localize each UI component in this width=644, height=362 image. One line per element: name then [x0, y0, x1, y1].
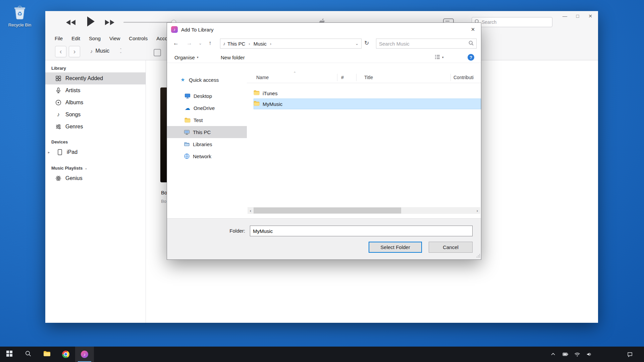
new-folder-button[interactable]: New folder [221, 53, 245, 61]
music-note-icon: ♪ [55, 112, 61, 118]
navpane-item-desktop[interactable]: Desktop [167, 90, 247, 102]
help-button[interactable]: ? [468, 53, 474, 61]
svg-text:♻: ♻ [17, 11, 22, 17]
scrollbar-thumb[interactable] [254, 207, 401, 214]
column-header-number[interactable]: # [341, 75, 344, 80]
forward-button[interactable] [104, 19, 115, 27]
taskbar-itunes-button[interactable]: ♪ [75, 347, 94, 362]
sidebar-item-genres[interactable]: Genres [45, 121, 146, 133]
taskbar-file-explorer-button[interactable] [38, 347, 56, 362]
wifi-icon[interactable] [572, 347, 583, 362]
album-title[interactable]: Bo [161, 190, 167, 195]
sidebar-item-label: Genius [65, 175, 83, 181]
file-row-mymusic[interactable]: MyMusic [254, 99, 481, 109]
organise-button[interactable]: Organise ▾ [174, 53, 198, 61]
dialog-navpane: ★ Quick access Desktop ☁ OneDrive [167, 63, 247, 218]
album-artist[interactable]: Bo [161, 199, 166, 204]
search-icon [469, 41, 474, 47]
breadcrumb-music[interactable]: Music [254, 41, 267, 47]
music-playlists-header[interactable]: Music Playlists ⌄ [45, 164, 146, 172]
sidebar-item-albums[interactable]: Albums [45, 97, 146, 109]
maximize-button[interactable]: □ [573, 12, 583, 20]
sidebar-item-recently-added[interactable]: Recently Added [45, 72, 146, 84]
media-kind-selector[interactable]: ♪ Music ⌃⌄ [90, 48, 122, 54]
volume-slider-track[interactable] [123, 22, 174, 23]
nav-back-button[interactable]: ‹ [55, 46, 66, 57]
itunes-app-icon: ♪ [171, 26, 178, 33]
dialog-close-button[interactable]: ✕ [465, 23, 481, 36]
dialog-search-field[interactable] [376, 39, 477, 49]
address-dropdown-icon[interactable]: ⌄ [355, 41, 359, 46]
menu-edit[interactable]: Edit [71, 36, 80, 41]
chevron-right-icon[interactable]: › [269, 41, 273, 46]
battery-icon[interactable] [560, 347, 571, 362]
taskbar-chrome-button[interactable] [56, 347, 75, 362]
navpane-item-onedrive[interactable]: ☁ OneDrive [167, 102, 247, 114]
sort-ascending-icon: ⌃ [293, 71, 296, 75]
menu-file[interactable]: File [55, 36, 63, 41]
desktop: ♻ Recycle Bin [0, 0, 644, 362]
dialog-search-input[interactable] [379, 41, 467, 47]
file-row-itunes[interactable]: iTunes [254, 88, 481, 99]
itunes-sidebar: Library Recently Added Artists [45, 60, 146, 323]
dialog-title: Add To Library [181, 27, 213, 33]
resize-grip[interactable] [476, 253, 480, 259]
rewind-button[interactable] [65, 19, 76, 27]
chrome-icon [62, 351, 69, 358]
horizontal-scrollbar[interactable]: ‹ › [248, 207, 480, 214]
disclosure-triangle-icon[interactable]: ▸ [48, 150, 53, 155]
recycle-bin-icon: ♻ [12, 15, 28, 21]
column-header-contributing[interactable]: Contributi [453, 75, 474, 80]
breadcrumb-this-pc[interactable]: This PC [227, 41, 245, 47]
column-header-name[interactable]: Name [256, 75, 269, 80]
menu-view[interactable]: View [109, 36, 120, 41]
scroll-left-icon[interactable]: ‹ [248, 207, 254, 214]
sidebar-item-songs[interactable]: ♪ Songs [45, 109, 146, 121]
nav-forward-button[interactable]: › [69, 46, 80, 57]
view-mode-button[interactable]: ▾ [435, 53, 444, 61]
close-button[interactable]: ✕ [585, 12, 595, 20]
help-icon: ? [468, 54, 474, 61]
up-arrow-icon[interactable]: ↑ [209, 40, 212, 47]
navpane-item-this-pc[interactable]: This PC [167, 126, 247, 138]
itunes-search-field[interactable] [472, 17, 552, 27]
file-name: iTunes [263, 90, 277, 96]
scroll-right-icon[interactable]: › [474, 207, 480, 214]
play-button[interactable] [87, 15, 95, 29]
recycle-bin[interactable]: ♻ Recycle Bin [6, 4, 34, 27]
menu-song[interactable]: Song [89, 36, 101, 41]
navpane-item-quick-access[interactable]: ★ Quick access [167, 74, 247, 86]
column-header-title[interactable]: Title [364, 75, 373, 80]
sidebar-item-artists[interactable]: Artists [45, 84, 146, 97]
taskbar-search-button[interactable] [19, 347, 38, 362]
sidebar-item-ipad[interactable]: ▸ iPad [45, 146, 146, 158]
desktop-icon [184, 93, 191, 99]
history-chevron-icon[interactable]: ⌄ [199, 41, 202, 46]
select-folder-button[interactable]: Select Folder [369, 242, 422, 253]
refresh-icon[interactable]: ↻ [364, 40, 369, 47]
tray-show-hidden-icons[interactable] [547, 347, 559, 362]
menu-controls[interactable]: Controls [129, 36, 148, 41]
itunes-search-input[interactable] [482, 19, 549, 25]
dialog-body: ★ Quick access Desktop ☁ OneDrive [167, 63, 481, 218]
start-button[interactable] [0, 347, 19, 362]
sidebar-item-genius[interactable]: Genius [45, 172, 146, 184]
add-to-library-dialog: ♪ Add To Library ✕ ← → ⌄ ↑ ♪ This PC › M… [167, 22, 481, 260]
action-center-icon[interactable] [623, 347, 637, 362]
address-bar[interactable]: ♪ This PC › Music › ⌄ [220, 39, 362, 49]
chevron-right-icon[interactable]: › [247, 41, 251, 46]
miniplayer-icon[interactable] [154, 49, 161, 56]
dialog-navbar: ← → ⌄ ↑ ♪ This PC › Music › ⌄ ↻ [167, 36, 481, 51]
navpane-item-test[interactable]: Test [167, 114, 247, 126]
volume-icon[interactable] [583, 347, 595, 362]
navpane-item-network[interactable]: Network [167, 150, 247, 162]
cloud-icon: ☁ [184, 105, 191, 111]
cancel-button[interactable]: Cancel [429, 242, 473, 253]
forward-arrow-icon[interactable]: → [186, 40, 192, 47]
dialog-titlebar[interactable]: ♪ Add To Library ✕ [167, 23, 481, 36]
folder-name-input[interactable] [250, 226, 473, 236]
back-arrow-icon[interactable]: ← [173, 40, 179, 47]
navpane-item-libraries[interactable]: Libraries [167, 138, 247, 150]
minimize-button[interactable]: — [560, 12, 570, 20]
genius-atom-icon [55, 175, 61, 181]
